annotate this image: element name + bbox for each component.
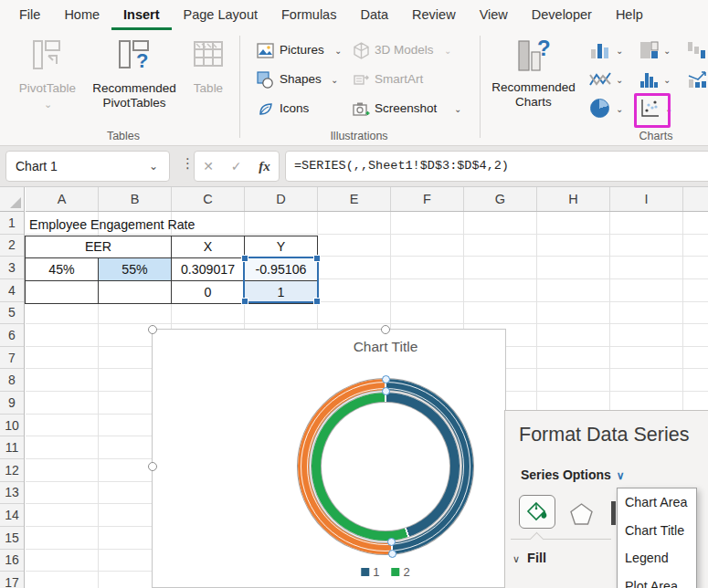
cell-a3[interactable]: 45% [26, 258, 99, 281]
pie-chart-icon[interactable] [590, 99, 609, 118]
cell-c2[interactable]: X [172, 236, 245, 259]
range-handle[interactable] [313, 255, 321, 262]
histogram-chart-chevron-icon[interactable]: ⌄ [663, 75, 671, 85]
series-point-handle[interactable] [388, 550, 396, 558]
insert-function-icon[interactable]: fx [259, 159, 270, 174]
series-point-handle[interactable] [382, 387, 390, 395]
combo-chart-icon[interactable] [687, 70, 708, 89]
chart-legend[interactable]: 12 [361, 565, 409, 579]
range-handle[interactable] [241, 298, 248, 305]
dropdown-item-plot-area[interactable]: Plot Area [618, 572, 696, 588]
cancel-icon[interactable]: ✕ [203, 159, 214, 173]
dropdown-item-chart-title[interactable]: Chart Title [618, 517, 696, 545]
histogram-chart-icon[interactable] [639, 70, 660, 89]
hierarchy-chart-chevron-icon[interactable]: ⌄ [663, 46, 671, 56]
menu-tab-view[interactable]: View [468, 0, 520, 30]
smartart-button[interactable]: SmartArt [375, 72, 423, 86]
fill-section-header[interactable]: ∨Fill [513, 551, 546, 565]
menu-tab-insert[interactable]: Insert [111, 0, 172, 30]
row-header-15[interactable]: 15 [0, 527, 24, 550]
cell-a1[interactable]: Employee Engagement Rate [29, 214, 258, 236]
legend-item-2[interactable]: 2 [392, 565, 410, 579]
column-header-b[interactable]: B [99, 187, 172, 211]
column-header-f[interactable]: F [391, 187, 464, 211]
waterfall-chart-icon[interactable] [687, 41, 708, 59]
menu-tab-review[interactable]: Review [400, 0, 468, 30]
menu-tab-home[interactable]: Home [52, 0, 111, 30]
column-header-h[interactable]: H [537, 187, 610, 211]
column-header-e[interactable]: E [318, 187, 391, 211]
fill-and-line-tab[interactable] [519, 495, 555, 529]
select-all-corner[interactable] [0, 187, 25, 212]
row-header-10[interactable]: 10 [0, 415, 24, 437]
cell-d2[interactable]: Y [245, 236, 317, 259]
chart-frame-handle[interactable] [148, 462, 157, 471]
3d-models-button[interactable]: 3D Models [375, 43, 434, 57]
formula-input[interactable]: =SERIES(,,Sheet1!$D$3:$D$4,2) [285, 151, 708, 182]
recommended-charts-button[interactable]: Recommended Charts [490, 80, 577, 110]
chart-title[interactable]: Chart Title [354, 339, 418, 355]
menu-tab-formulas[interactable]: Formulas [269, 0, 348, 30]
row-header-12[interactable]: 12 [0, 459, 24, 482]
column-header-a[interactable]: A [26, 187, 99, 211]
doughnut-chart[interactable]: Chart Title 12 [152, 329, 506, 588]
pie-chart-chevron-icon[interactable]: ⌄ [616, 104, 623, 114]
column-chart-chevron-icon[interactable]: ⌄ [616, 46, 623, 56]
row-header-2[interactable]: 2 [0, 235, 24, 257]
menu-tab-page-layout[interactable]: Page Layout [172, 0, 269, 30]
effects-tab[interactable] [567, 501, 595, 526]
row-header-4[interactable]: 4 [0, 279, 24, 302]
series-options-chevron-icon[interactable]: ∨ [617, 469, 625, 482]
range-handle[interactable] [241, 255, 248, 262]
chart-frame-handle[interactable] [148, 325, 157, 334]
pivottable-button[interactable]: PivotTable [7, 81, 88, 96]
row-header-3[interactable]: 3 [0, 257, 24, 279]
menu-tab-help[interactable]: Help [604, 0, 655, 30]
column-header-d[interactable]: D [245, 187, 318, 211]
shapes-button[interactable]: Shapes [280, 72, 322, 86]
row-header-16[interactable]: 16 [0, 550, 24, 572]
column-chart-icon[interactable] [590, 41, 610, 59]
name-box-chevron-icon[interactable]: ⌄ [149, 152, 158, 181]
legend-item-1[interactable]: 1 [361, 565, 379, 579]
row-header-7[interactable]: 7 [0, 347, 24, 370]
series-options-tab[interactable]: Series Options∨ [521, 467, 625, 482]
cell-a2b2-merged[interactable]: EER [26, 236, 172, 259]
menu-tab-developer[interactable]: Developer [520, 0, 604, 30]
menu-tab-data[interactable]: Data [348, 0, 400, 30]
fill-collapse-chevron-icon[interactable]: ∨ [513, 553, 520, 564]
column-header-i[interactable]: I [610, 187, 683, 211]
row-header-9[interactable]: 9 [0, 392, 24, 415]
enter-icon[interactable]: ✓ [231, 159, 242, 173]
column-header-c[interactable]: C [172, 187, 245, 211]
series-point-handle[interactable] [387, 538, 396, 546]
column-header-g[interactable]: G [464, 187, 537, 211]
chart-frame-handle[interactable] [381, 325, 390, 334]
row-header-8[interactable]: 8 [0, 369, 24, 392]
series-point-handle[interactable] [382, 375, 390, 383]
icons-button[interactable]: Icons [280, 101, 309, 115]
row-header-17[interactable]: 17 [0, 572, 24, 588]
cell-c4[interactable]: 0 [172, 281, 245, 303]
line-chart-icon[interactable] [589, 70, 611, 89]
range-handle[interactable] [313, 298, 321, 305]
row-header-11[interactable]: 11 [0, 436, 24, 459]
selected-range-d3-d4[interactable] [243, 257, 319, 303]
table-button[interactable]: Table [179, 81, 238, 96]
row-header-14[interactable]: 14 [0, 504, 24, 527]
dropdown-item-chart-area[interactable]: Chart Area [618, 488, 696, 517]
recommended-pivottables-button[interactable]: Recommended PivotTables [82, 81, 186, 110]
screenshot-button[interactable]: Screenshot [375, 101, 437, 115]
cell-b3[interactable]: 55% [99, 258, 172, 281]
dropdown-item-legend[interactable]: Legend [618, 544, 696, 572]
hierarchy-chart-icon[interactable] [639, 41, 659, 59]
name-box[interactable]: Chart 1 ⌄ [5, 151, 170, 182]
cell-b4[interactable] [99, 281, 172, 303]
line-chart-chevron-icon[interactable]: ⌄ [616, 75, 623, 85]
cell-a4[interactable] [26, 281, 99, 303]
row-header-1[interactable]: 1 [0, 212, 24, 235]
formula-bar-more-icon[interactable]: ⋮ [181, 155, 195, 172]
row-header-6[interactable]: 6 [0, 324, 24, 347]
cell-c3[interactable]: 0.309017 [172, 258, 245, 281]
row-header-5[interactable]: 5 [0, 302, 24, 325]
